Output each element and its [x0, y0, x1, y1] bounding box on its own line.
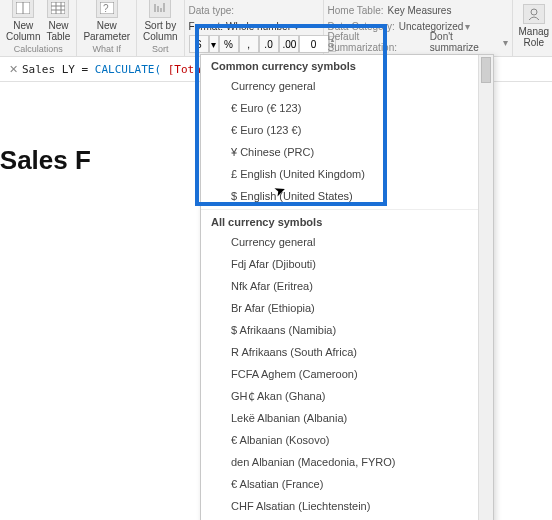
dropdown-item[interactable]: € Albanian (Kosovo)	[201, 429, 493, 451]
dropdown-item[interactable]: Nfk Afar (Eritrea)	[201, 275, 493, 297]
close-icon[interactable]: ✕	[4, 63, 22, 76]
dropdown-item[interactable]: € Euro (123 €)	[201, 119, 493, 141]
dropdown-item[interactable]: € Euro (€ 123)	[201, 97, 493, 119]
home-table-label: Home Table:	[328, 5, 384, 16]
comma-button[interactable]: ,	[239, 35, 259, 53]
svg-rect-2	[51, 2, 65, 14]
datatype-label: Data type:	[189, 5, 235, 16]
table-properties: Home Table:Key Measures Data Category:Un…	[324, 0, 513, 56]
dropdown-item[interactable]: Fdj Afar (Djibouti)	[201, 253, 493, 275]
dropdown-item[interactable]: £ English (United Kingdom)	[201, 163, 493, 185]
dropdown-item[interactable]: ¥ Chinese (PRC)	[201, 141, 493, 163]
manage-roles-button[interactable]: Manag Role	[519, 4, 550, 48]
dropdown-item[interactable]: R Afrikaans (South Africa)	[201, 341, 493, 363]
format-controls: $ ▾ % , .0 .00 ▲▼	[189, 35, 319, 53]
formatting-properties: Data type: Format: Whole number ▾ $ ▾ % …	[185, 0, 324, 56]
dropdown-item[interactable]: CHF Alsatian (Liechtenstein)	[201, 495, 493, 517]
svg-point-9	[531, 9, 537, 15]
dropdown-item[interactable]: € Alsatian (France)	[201, 473, 493, 495]
group-label: Sort	[152, 44, 169, 54]
dropdown-section-header: Common currency symbols	[201, 55, 493, 75]
group-whatif: ? New Parameter What If	[77, 0, 137, 56]
btn-label: Sort by Column	[143, 20, 177, 42]
chevron-down-icon[interactable]: ▾	[503, 37, 508, 48]
percent-button[interactable]: %	[219, 35, 239, 53]
dropdown-item[interactable]: Br Afar (Ethiopia)	[201, 297, 493, 319]
currency-dropdown: Common currency symbols Currency general…	[200, 54, 494, 520]
data-category-label: Data Category:	[328, 21, 395, 32]
data-category-value[interactable]: Uncategorized	[399, 21, 463, 32]
default-summ-value[interactable]: Don't summarize	[430, 31, 501, 53]
ribbon: New Column New Table Calculations ? New …	[0, 0, 552, 57]
default-summ-label: Default Summarization:	[328, 31, 426, 53]
scrollbar-thumb[interactable]	[481, 57, 491, 83]
dropdown-item[interactable]: $ Afrikaans (Namibia)	[201, 319, 493, 341]
chevron-down-icon[interactable]: ▾	[294, 21, 299, 32]
dropdown-item[interactable]: $ English (United States)	[201, 185, 493, 207]
currency-button[interactable]: $	[189, 35, 209, 53]
btn-label: New Table	[46, 20, 70, 42]
chevron-down-icon[interactable]: ▾	[465, 21, 470, 32]
format-label: Format:	[189, 21, 223, 32]
new-column-button[interactable]: New Column	[6, 0, 40, 42]
btn-label: Manag Role	[519, 26, 550, 48]
dropdown-item[interactable]: Currency general	[201, 75, 493, 97]
dropdown-item[interactable]: GH₵ Akan (Ghana)	[201, 385, 493, 407]
dropdown-section-header: All currency symbols	[201, 209, 493, 231]
dropdown-item[interactable]: Currency general	[201, 231, 493, 253]
dropdown-item[interactable]: Lekë Albanian (Albania)	[201, 407, 493, 429]
chevron-down-icon[interactable]: ▾	[209, 35, 219, 53]
scrollbar[interactable]	[478, 55, 493, 520]
new-parameter-button[interactable]: ? New Parameter	[83, 0, 130, 42]
format-value[interactable]: Whole number	[226, 21, 291, 32]
btn-label: New Column	[6, 20, 40, 42]
page-title: wcasing Sales F	[0, 145, 91, 176]
home-table-value[interactable]: Key Measures	[388, 5, 452, 16]
group-security: Manag Role	[513, 0, 552, 56]
dropdown-item[interactable]: FCFA Aghem (Cameroon)	[201, 363, 493, 385]
group-sort: Sort by Column Sort	[137, 0, 184, 56]
group-calculations: New Column New Table Calculations	[0, 0, 77, 56]
group-label: What If	[92, 44, 121, 54]
sort-by-column-button[interactable]: Sort by Column	[143, 0, 177, 42]
group-label: Calculations	[14, 44, 63, 54]
svg-text:?: ?	[103, 3, 109, 14]
btn-label: New Parameter	[83, 20, 130, 42]
new-table-button[interactable]: New Table	[46, 0, 70, 42]
decrease-decimal-button[interactable]: .0	[259, 35, 279, 53]
increase-decimal-button[interactable]: .00	[279, 35, 299, 53]
dropdown-item[interactable]: den Albanian (Macedonia, FYRO)	[201, 451, 493, 473]
